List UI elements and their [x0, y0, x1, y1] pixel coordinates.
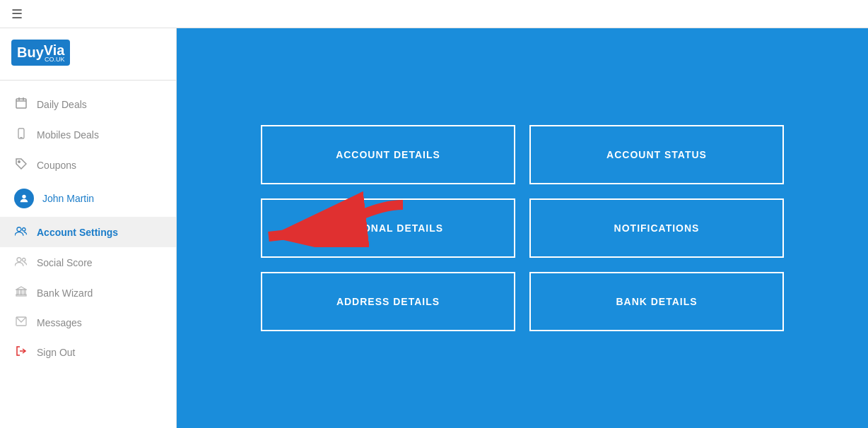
mobile-icon — [14, 128, 28, 141]
sidebar-item-john-martin[interactable]: John Martin — [0, 180, 176, 217]
svg-point-7 — [22, 195, 25, 198]
calendar-icon — [14, 97, 28, 111]
sidebar-item-daily-deals-label: Daily Deals — [37, 99, 87, 110]
sidebar-item-messages[interactable]: Messages — [0, 308, 176, 337]
svg-rect-0 — [16, 99, 26, 108]
button-grid: ACCOUNT DETAILS ACCOUNT STATUS PERSONAL … — [233, 97, 812, 359]
sidebar-item-coupons-label: Coupons — [37, 160, 76, 171]
svg-rect-15 — [24, 290, 25, 295]
svg-rect-16 — [16, 295, 26, 296]
sidebar-item-social-score-label: Social Score — [37, 257, 93, 268]
user-avatar — [14, 189, 34, 208]
logo-area: Buy Via CO.UK — [0, 28, 176, 81]
svg-point-6 — [18, 161, 20, 162]
envelope-icon — [14, 316, 28, 328]
address-details-button[interactable]: ADDRESS DETAILS — [261, 272, 515, 331]
sidebar-item-sign-out[interactable]: Sign Out — [0, 337, 176, 368]
svg-point-10 — [17, 258, 21, 262]
sign-out-icon — [14, 345, 28, 359]
svg-rect-13 — [17, 290, 18, 295]
main-content: ACCOUNT DETAILS ACCOUNT STATUS PERSONAL … — [177, 28, 868, 428]
svg-point-9 — [23, 228, 26, 232]
account-details-button[interactable]: ACCOUNT DETAILS — [261, 125, 515, 184]
sidebar-item-daily-deals[interactable]: Daily Deals — [0, 89, 176, 119]
sidebar-item-sign-out-label: Sign Out — [37, 347, 75, 358]
sidebar-item-social-score[interactable]: Social Score — [0, 247, 176, 278]
logo[interactable]: Buy Via CO.UK — [11, 40, 70, 66]
sidebar-item-john-martin-label: John Martin — [42, 193, 94, 204]
menu-icon[interactable]: ☰ — [11, 6, 23, 22]
bank-details-button[interactable]: BANK DETAILS — [529, 272, 784, 331]
social-score-icon — [14, 256, 28, 269]
sidebar: Buy Via CO.UK Daily Deals Mobiles — [0, 28, 177, 428]
sidebar-item-messages-label: Messages — [37, 317, 82, 328]
sidebar-item-account-settings-label: Account Settings — [37, 227, 118, 238]
sidebar-item-mobiles-deals-label: Mobiles Deals — [37, 129, 99, 141]
top-bar: ☰ — [0, 0, 868, 28]
logo-buy: Buy — [17, 44, 44, 61]
logo-couk: CO.UK — [44, 56, 65, 63]
svg-rect-14 — [20, 290, 22, 295]
bank-icon — [14, 286, 28, 299]
sidebar-item-mobiles-deals[interactable]: Mobiles Deals — [0, 119, 176, 150]
account-status-button[interactable]: ACCOUNT STATUS — [529, 125, 784, 184]
svg-point-11 — [23, 258, 26, 262]
tag-icon — [14, 158, 28, 172]
sidebar-item-coupons[interactable]: Coupons — [0, 150, 176, 180]
sidebar-item-account-settings[interactable]: Account Settings — [0, 217, 176, 247]
account-settings-icon — [14, 225, 28, 239]
nav-list: Daily Deals Mobiles Deals Coupons — [0, 81, 176, 376]
main-layout: Buy Via CO.UK Daily Deals Mobiles — [0, 28, 868, 428]
personal-details-button[interactable]: PERSONAL DETAILS — [261, 198, 515, 258]
notifications-button[interactable]: NOTIFICATIONS — [529, 198, 784, 258]
sidebar-item-bank-wizard-label: Bank Wizard — [37, 287, 93, 299]
sidebar-item-bank-wizard[interactable]: Bank Wizard — [0, 278, 176, 308]
svg-point-8 — [17, 227, 21, 232]
